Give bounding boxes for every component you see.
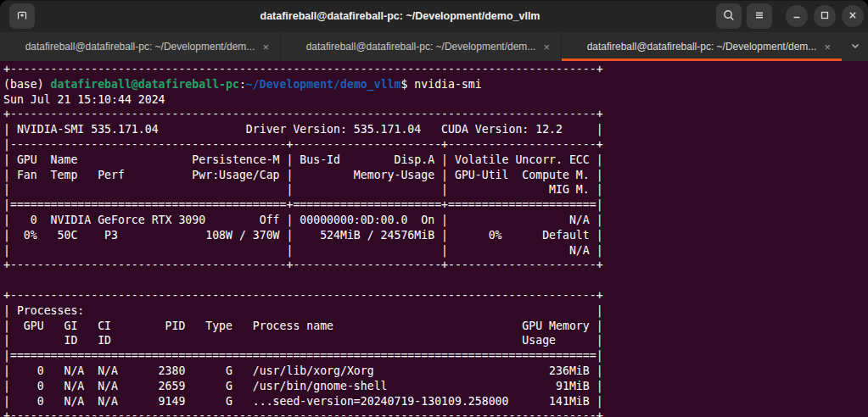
terminal-line: +---------------------------------------… <box>3 107 868 122</box>
tab-overflow-area <box>842 32 868 61</box>
header-actions <box>716 3 868 29</box>
window-title: datafireball@datafireball-pc: ~/Developm… <box>102 10 698 22</box>
terminal-line: (base) datafireball@datafireball-pc:~/De… <box>3 77 868 92</box>
terminal-line: | | | N/A | <box>3 243 868 259</box>
header-bar: datafireball@datafireball-pc: ~/Developm… <box>0 0 868 32</box>
terminal-line: | GPU Name Persistence-M | Bus-Id Disp.A… <box>3 153 868 168</box>
chevron-down-icon <box>849 42 861 54</box>
terminal-line: Sun Jul 21 15:10:44 2024 <box>3 92 868 108</box>
tab-label: datafireball@datafireball-pc: ~/Developm… <box>306 41 536 53</box>
terminal-line: | 0 N/A N/A 2380 G /usr/lib/xorg/Xorg 23… <box>3 364 868 379</box>
terminal-tab-3[interactable]: datafireball@datafireball-pc: ~/Developm… <box>561 32 842 61</box>
new-tab-icon <box>15 8 29 25</box>
terminal-line: | 0% 50C P3 108W / 370W | 524MiB / 24576… <box>3 228 868 243</box>
terminal-line <box>3 273 868 288</box>
terminal-line: | Processes: | <box>3 303 868 319</box>
search-button[interactable] <box>716 3 742 29</box>
menu-button[interactable] <box>747 3 772 29</box>
new-tab-button[interactable] <box>9 3 35 29</box>
tab-label: datafireball@datafireball-pc: ~/Developm… <box>587 41 817 53</box>
terminal-tab-2[interactable]: datafireball@datafireball-pc: ~/Developm… <box>280 32 561 61</box>
terminal-line: | NVIDIA-SMI 535.171.04 Driver Version: … <box>3 122 868 137</box>
terminal-line: | ID ID Usage | <box>3 333 868 348</box>
terminal-output[interactable]: +---------------------------------------… <box>0 61 868 417</box>
terminal-line: +---------------------------------------… <box>3 288 868 303</box>
terminal-line: | 0 N/A N/A 9149 G ...seed-version=20240… <box>3 394 868 409</box>
close-icon <box>848 10 858 23</box>
terminal-line: |=======================================… <box>3 348 868 364</box>
terminal-line: |---------------------------------------… <box>3 137 868 153</box>
tab-close-icon[interactable]: × <box>543 42 550 53</box>
terminal-tab-1[interactable]: datafireball@datafireball-pc: ~/Developm… <box>0 32 280 61</box>
search-icon <box>722 8 736 25</box>
tab-close-icon[interactable]: × <box>824 42 831 53</box>
maximize-button[interactable] <box>814 5 836 27</box>
tab-close-icon[interactable]: × <box>262 42 269 53</box>
terminal-line: | | | MIG M. | <box>3 182 868 197</box>
terminal-line: | 0 N/A N/A 2659 G /usr/bin/gnome-shell … <box>3 379 868 394</box>
terminal-line: +---------------------------------------… <box>3 258 868 273</box>
terminal-line: +---------------------------------------… <box>3 409 868 417</box>
terminal-line: +---------------------------------------… <box>3 62 868 77</box>
tab-list-chevron-button[interactable] <box>848 38 863 56</box>
minimize-icon <box>792 10 802 23</box>
terminal-line: | GPU GI CI PID Type Process name GPU Me… <box>3 319 868 334</box>
close-button[interactable] <box>842 5 864 27</box>
tab-strip: datafireball@datafireball-pc: ~/Developm… <box>0 32 842 61</box>
tab-label: datafireball@datafireball-pc: ~/Developm… <box>25 41 255 53</box>
terminal-line: |=======================================… <box>3 197 868 213</box>
terminal-line: | Fan Temp Perf Pwr:Usage/Cap | Memory-U… <box>3 168 868 183</box>
hamburger-icon <box>753 8 766 25</box>
maximize-icon <box>820 10 830 23</box>
tab-bar: datafireball@datafireball-pc: ~/Developm… <box>0 32 868 61</box>
window-controls <box>786 5 864 27</box>
terminal-window: datafireball@datafireball-pc: ~/Developm… <box>0 0 868 417</box>
terminal-line: | 0 NVIDIA GeForce RTX 3090 Off | 000000… <box>3 213 868 228</box>
minimize-button[interactable] <box>786 5 808 27</box>
